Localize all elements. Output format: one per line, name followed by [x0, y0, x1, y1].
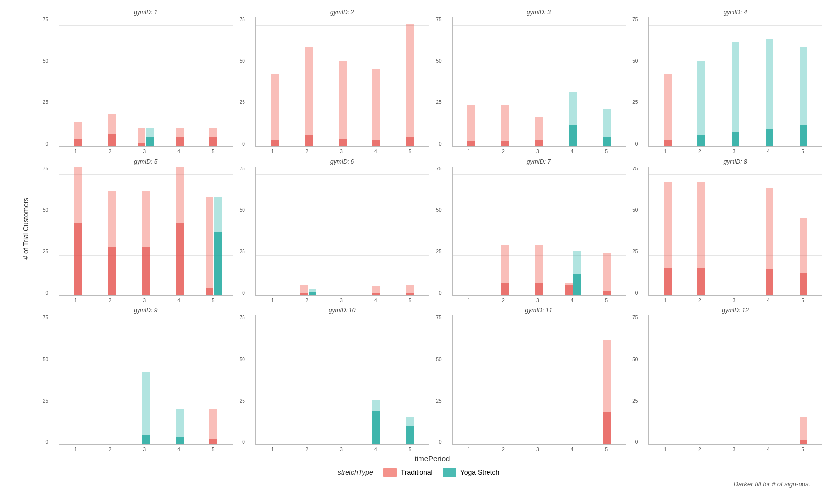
- plot-wrapper-gym1: 0255075: [59, 17, 233, 147]
- plot-wrapper-gym10: 0255075: [255, 315, 429, 445]
- x-tick-gym5-3: 3: [128, 298, 162, 303]
- facet-title-gym12: gymID: 12: [648, 307, 822, 314]
- trad-bar-dark: [800, 273, 807, 296]
- trad-bar-gym5-2: [108, 179, 116, 296]
- trad-bar-light: [664, 182, 672, 268]
- bars-container-gym3: [453, 17, 626, 146]
- period-group-gym11-3: [522, 315, 556, 444]
- x-tick-gym9-2: 2: [93, 447, 128, 452]
- footnote: Darker fill for # of sign-ups.: [12, 480, 825, 488]
- period-group-gym10-3: [325, 315, 359, 444]
- period-group-gym9-5: [197, 315, 231, 444]
- plot-wrapper-gym5: 0255075: [59, 167, 233, 296]
- period-group-gym6-1: [258, 167, 292, 296]
- yoga-bar-gym3-5: [603, 77, 611, 146]
- yoga-bar-dark: [309, 292, 316, 295]
- yoga-bar-dark: [573, 274, 581, 295]
- trad-bar-light: [176, 128, 184, 137]
- trad-bar-gym8-1: [664, 174, 672, 295]
- yoga-bar-gym9-3: [142, 348, 150, 444]
- period-group-gym9-4: [163, 315, 197, 444]
- y-tick-gym8-0: 0: [632, 291, 638, 296]
- period-group-gym6-5: [393, 167, 427, 296]
- plot-area-gym5: [59, 167, 233, 296]
- facet-gym5: gymID: 5025507512345: [39, 154, 236, 303]
- trad-bar-light: [501, 105, 509, 142]
- y-tick-gym4-0: 0: [632, 142, 638, 147]
- y-tick-gym1-75: 75: [43, 17, 48, 22]
- x-tick-gym10-2: 2: [290, 447, 324, 452]
- y-tick-gym6-75: 75: [240, 167, 245, 171]
- trad-bar-gym8-4: [766, 178, 773, 296]
- legend-title: stretchType: [338, 469, 373, 476]
- period-group-gym12-4: [753, 315, 787, 444]
- plot-area-gym12: [648, 315, 822, 445]
- x-ticks-gym1: 12345: [59, 148, 233, 154]
- trad-bar-dark: [800, 440, 807, 444]
- legend-swatch-traditional: [383, 468, 397, 477]
- yoga-bar-gym4-3: [732, 30, 739, 146]
- yoga-bar-gym5-5: [214, 182, 222, 295]
- y-tick-gym4-50: 50: [632, 59, 638, 64]
- x-tick-gym2-2: 2: [290, 149, 324, 154]
- x-axis-area: timePeriod: [39, 452, 825, 463]
- bars-container-gym2: [256, 17, 429, 146]
- yoga-bar-dark: [406, 426, 414, 444]
- x-tick-gym10-5: 5: [393, 447, 427, 452]
- y-tick-gym3-50: 50: [436, 59, 442, 64]
- period-group-gym5-2: [95, 167, 129, 296]
- y-tick-gym5-0: 0: [43, 291, 48, 296]
- y-tick-gym8-25: 25: [632, 249, 638, 254]
- yoga-bar-gym7-4: [573, 220, 581, 296]
- trad-bar-gym2-5: [406, 21, 414, 146]
- trad-bar-gym1-5: [209, 98, 217, 146]
- period-group-gym2-1: [258, 17, 292, 146]
- x-tick-gym1-5: 5: [196, 149, 231, 154]
- facet-gym6: gymID: 6025507512345: [236, 154, 432, 303]
- x-tick-gym4-1: 1: [648, 149, 683, 154]
- trad-bar-light: [206, 197, 213, 288]
- plot-area-gym8: [648, 167, 822, 296]
- x-tick-gym10-1: 1: [255, 447, 290, 452]
- trad-bar-gym2-2: [305, 34, 313, 146]
- x-tick-gym1-4: 4: [162, 149, 196, 154]
- trad-bar-dark: [603, 291, 611, 295]
- period-group-gym7-3: [522, 167, 556, 296]
- trad-bar-gym8-5: [800, 196, 807, 296]
- x-ticks-gym11: 12345: [452, 446, 626, 452]
- x-ticks-gym10: 12345: [255, 446, 429, 452]
- trad-bar-gym7-2: [501, 215, 509, 296]
- bars-container-gym4: [649, 17, 822, 146]
- x-tick-gym4-2: 2: [683, 149, 717, 154]
- x-tick-gym2-1: 1: [255, 149, 290, 154]
- trad-bar-gym2-3: [339, 41, 347, 146]
- trad-bar-gym7-5: [603, 221, 611, 295]
- trad-bar-light: [305, 47, 313, 134]
- y-tick-gym4-75: 75: [632, 17, 638, 22]
- period-group-gym2-5: [393, 17, 427, 146]
- x-tick-gym4-3: 3: [717, 149, 752, 154]
- yoga-bar-gym4-4: [766, 29, 773, 146]
- y-tick-gym10-0: 0: [240, 440, 245, 445]
- trad-bar-dark: [300, 293, 308, 296]
- x-tick-gym9-5: 5: [196, 447, 231, 452]
- x-tick-gym7-5: 5: [590, 298, 624, 303]
- chart-container: # of Trial Customers gymID: 102550751234…: [12, 5, 825, 488]
- y-tick-gym5-25: 25: [43, 249, 48, 254]
- period-group-gym2-3: [325, 17, 359, 146]
- period-group-gym3-5: [590, 17, 624, 146]
- period-group-gym10-5: [393, 315, 427, 444]
- trad-bar-dark: [339, 139, 347, 146]
- facet-gym8: gymID: 8025507512345: [628, 154, 825, 303]
- facet-title-gym7: gymID: 7: [452, 158, 626, 165]
- period-group-gym8-1: [651, 167, 685, 296]
- bars-container-gym7: [453, 167, 626, 296]
- trad-bar-light: [501, 245, 509, 283]
- yoga-bar-dark: [214, 232, 222, 296]
- period-group-gym3-4: [556, 17, 590, 146]
- legend-swatch-yoga: [443, 468, 456, 477]
- x-ticks-gym6: 12345: [255, 297, 429, 303]
- yoga-bar-light: [569, 92, 577, 125]
- facet-gym10: gymID: 10025507512345: [236, 303, 432, 452]
- x-tick-gym11-2: 2: [486, 447, 521, 452]
